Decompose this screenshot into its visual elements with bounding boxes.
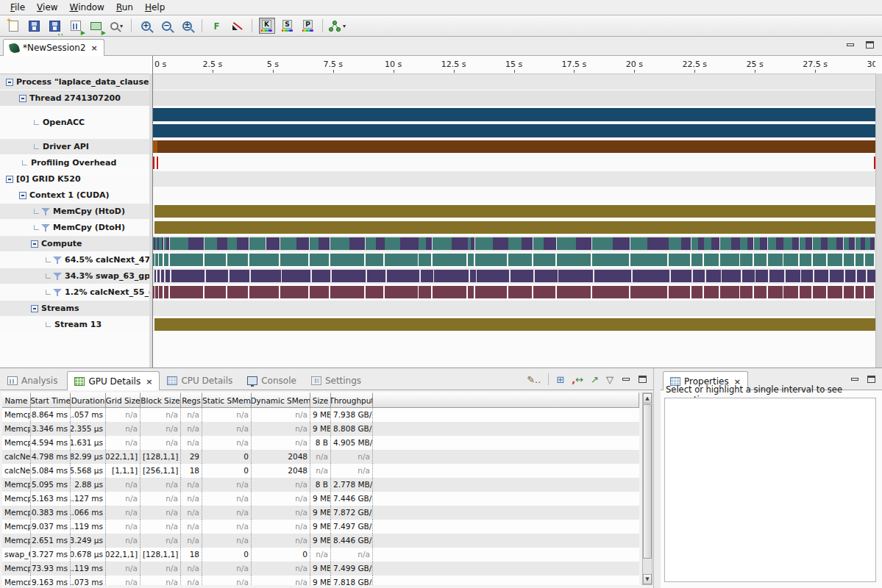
interval-bar[interactable] [535, 270, 558, 282]
interval-bar[interactable] [280, 286, 308, 298]
tree-item[interactable]: Profiling Overhead [0, 155, 149, 171]
interval-bar[interactable] [769, 270, 784, 282]
interval-bar[interactable] [387, 270, 419, 282]
interval-bar[interactable] [592, 254, 629, 266]
interval-bar[interactable] [312, 270, 331, 282]
interval-bar[interactable] [613, 237, 630, 250]
interval-bar[interactable] [330, 237, 349, 250]
interval-bar[interactable] [227, 237, 237, 250]
interval-bar[interactable] [740, 237, 747, 250]
interval-bar[interactable] [205, 237, 217, 250]
interval-bar[interactable] [828, 286, 842, 298]
interval-bar[interactable] [592, 286, 629, 298]
interval-bar[interactable] [227, 254, 248, 266]
interval-bar[interactable] [671, 270, 692, 282]
menu-window[interactable]: Window [64, 1, 110, 14]
minimize-button[interactable] [845, 41, 855, 49]
interval-bar[interactable] [366, 286, 384, 298]
zoom-in-button[interactable]: + [137, 17, 155, 35]
tree-item[interactable]: Process "laplace_data_clauses 10... [0, 74, 149, 90]
interval-bar[interactable] [828, 254, 842, 266]
interval-bar[interactable] [813, 237, 821, 250]
zoom-out-button[interactable]: − [157, 17, 176, 35]
column-header-size[interactable]: Size [310, 392, 331, 408]
zoom-fit-button[interactable]: ± [178, 17, 196, 35]
interval-bar[interactable] [768, 237, 777, 250]
table-row[interactable]: Memcpy148.864 ms1.057 msn/an/an/an/an/a9… [2, 408, 639, 422]
interval-bar[interactable] [251, 270, 280, 282]
tree-item[interactable]: Stream 13 [0, 317, 149, 332]
interval-bar[interactable] [783, 237, 792, 250]
collapse-minus-icon[interactable] [19, 192, 26, 199]
table-row[interactable]: Memcpy160.383 ms1.066 msn/an/an/an/an/a9… [2, 506, 639, 520]
edit-filter-icon[interactable]: ✎.. [527, 375, 541, 384]
tab-analysis[interactable]: Analysis [0, 370, 65, 390]
interval-bar[interactable] [153, 140, 157, 153]
interval-bar[interactable] [157, 157, 158, 169]
interval-bar[interactable] [594, 270, 631, 282]
interval-bar[interactable] [419, 286, 431, 298]
interval-bar[interactable] [845, 270, 856, 282]
compare-button[interactable]: ▶ [87, 17, 105, 35]
interval-bar[interactable] [452, 237, 467, 250]
interval-bar[interactable] [633, 270, 669, 282]
view-menu-icon[interactable]: ▽ [606, 375, 614, 384]
interval-bar[interactable] [865, 286, 874, 298]
interval-bar[interactable] [857, 270, 866, 282]
interval-bar[interactable] [159, 286, 163, 298]
interval-bar[interactable] [376, 237, 385, 250]
interval-bar[interactable] [740, 254, 753, 266]
menu-view[interactable]: View [31, 1, 63, 14]
interval-bar[interactable] [280, 237, 296, 250]
collapse-minus-icon[interactable] [6, 79, 13, 86]
tree-item[interactable]: MemCpy (DtoH) [0, 220, 149, 235]
interval-bar[interactable] [230, 270, 250, 282]
interval-bar[interactable] [558, 270, 592, 282]
interval-bar[interactable] [434, 270, 468, 282]
interval-bar[interactable] [477, 270, 508, 282]
minimize-button[interactable] [621, 376, 630, 384]
interval-bar[interactable] [800, 237, 805, 250]
menu-run[interactable]: Run [110, 1, 139, 14]
interval-bar[interactable] [755, 270, 768, 282]
interval-bar[interactable] [533, 286, 556, 298]
menu-help[interactable]: Help [139, 1, 171, 14]
interval-bar[interactable] [493, 237, 508, 250]
interval-bar[interactable] [367, 270, 385, 282]
interval-bar[interactable] [783, 254, 798, 266]
interval-bar[interactable] [720, 254, 739, 266]
interval-bar[interactable] [249, 237, 266, 250]
interval-bar[interactable] [421, 270, 433, 282]
interval-bar[interactable] [188, 237, 204, 250]
interval-bar[interactable] [154, 205, 875, 218]
search-button[interactable]: ▾ [107, 17, 126, 35]
tree-item[interactable]: 64.5% calcNext_47_... [0, 252, 149, 268]
interval-bar[interactable] [720, 286, 739, 298]
interval-bar[interactable] [747, 237, 753, 250]
column-header-dynamic-smem[interactable]: Dynamic SMem [252, 392, 310, 408]
interval-bar[interactable] [800, 254, 811, 266]
tree-item[interactable]: 1.2% calcNext_55_g... [0, 284, 149, 300]
report-button[interactable]: ▶ [66, 17, 85, 35]
interval-bar[interactable] [475, 237, 494, 250]
interval-bar[interactable] [154, 270, 156, 282]
maximize-button[interactable] [865, 41, 875, 49]
interval-bar[interactable] [164, 286, 168, 298]
resize-columns-icon[interactable]: ,↔ [572, 375, 583, 384]
session-tab[interactable]: *NewSession2 × [3, 39, 104, 56]
column-header-static-smem[interactable]: Static SMem [202, 392, 252, 408]
interval-bar[interactable] [280, 254, 308, 266]
collapse-minus-icon[interactable] [31, 305, 38, 312]
interval-bar[interactable] [227, 286, 248, 298]
table-row[interactable]: swap_63_gpu173.727 ms60.678 µs[1022,1,1]… [2, 548, 639, 562]
interval-bar[interactable] [867, 270, 875, 282]
column-header-start-time[interactable]: Start Time [31, 392, 71, 408]
table-row[interactable]: Memcpy173.93 ms1.119 msn/an/an/an/an/a9 … [2, 562, 639, 576]
interval-bar[interactable] [693, 270, 705, 282]
tree-item[interactable]: Context 1 (CUDA) [0, 187, 149, 203]
interval-bar[interactable] [630, 286, 667, 298]
interval-bar[interactable] [153, 286, 154, 298]
save-all-button[interactable]: .. [46, 17, 64, 35]
interval-bar[interactable] [821, 237, 828, 250]
interval-bar[interactable] [814, 270, 828, 282]
